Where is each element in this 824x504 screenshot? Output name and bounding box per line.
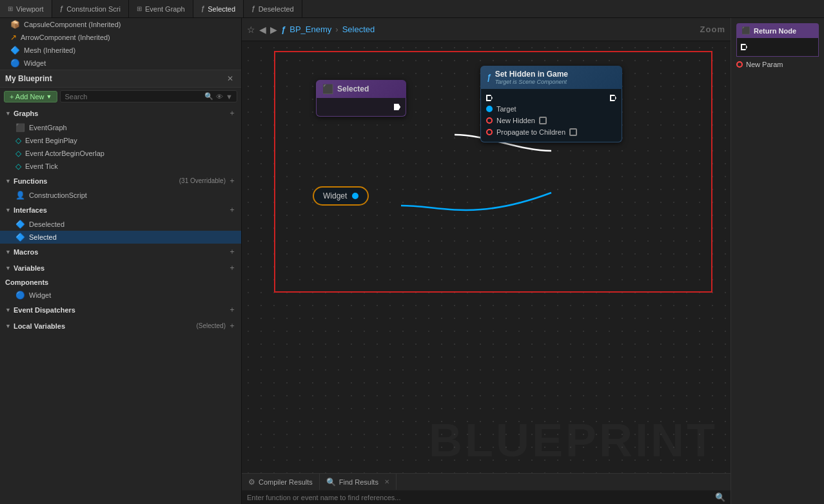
event-dispatchers-header[interactable]: ▼ Event Dispatchers ＋ [0,302,241,318]
tab-selected[interactable]: ƒ Selected [193,0,244,17]
add-new-button[interactable]: + Add New ▼ [4,91,57,102]
bp-node-selected[interactable]: ⬛ Selected [316,80,406,117]
list-item-selected[interactable]: 🔷 Selected [0,231,241,244]
breadcrumb-function-icon: ƒ [281,24,286,34]
bookmark-button[interactable]: ☆ [247,24,255,35]
functions-section-header[interactable]: ▼ Functions (31 Overridable) ＋ [0,173,241,189]
macros-add-icon[interactable]: ＋ [228,246,236,257]
list-item-eventtick[interactable]: ◇ Event Tick [0,160,241,173]
sethidden-node-subtitle: Target is Scene Component [495,79,568,85]
list-item-constructionscript[interactable]: 👤 ConstructionScript [0,189,241,202]
find-tab-label: Find Results [339,478,378,486]
event-dispatchers-title: Event Dispatchers [14,306,226,314]
interfaces-section-header[interactable]: ▼ Interfaces ＋ [0,202,241,218]
constructionscript-icon: 👤 [15,191,25,200]
functions-expand-arrow: ▼ [5,178,11,184]
eventgraph-icon: ⊞ [137,5,142,12]
list-item-deselected[interactable]: 🔷 Deselected [0,218,241,231]
close-my-blueprint-button[interactable]: ✕ [224,73,236,84]
component-arrow: ↗ ArrowComponent (Inherited) [0,31,241,44]
eventtick-icon: ◇ [15,162,21,171]
actoroverlap-icon: ◇ [15,149,21,158]
my-blueprint-section: My Blueprint ✕ + Add New ▼ 🔍 👁 ▼ [0,70,241,334]
eye-icon[interactable]: 👁 [216,93,223,101]
new-param-label: New Param [746,61,783,68]
graphs-expand-arrow: ▼ [5,110,11,117]
sethidden-propagate-checkbox[interactable] [569,128,577,136]
tab-find-results[interactable]: 🔍 Find Results ✕ [320,474,397,490]
my-blueprint-title: My Blueprint [5,74,224,83]
macros-expand-arrow: ▼ [5,249,11,255]
tab-compiler-results[interactable]: ⚙ Compiler Results [242,474,320,490]
list-item-widget-var[interactable]: 🔵 Widget [0,289,241,302]
component-mesh: 🔷 Mesh (Inherited) [0,44,241,57]
functions-add-icon[interactable]: ＋ [228,175,236,186]
back-button[interactable]: ◀ [259,24,266,35]
local-variables-title: Local Variables [14,322,197,330]
graphs-section-header[interactable]: ▼ Graphs ＋ [0,105,241,121]
sethidden-target-row: Target [481,103,622,115]
sethidden-exec-row [481,93,622,103]
search-input[interactable] [64,93,202,101]
sethidden-node-title: Set Hidden in Game [495,70,568,79]
return-exec-pin [741,44,747,50]
interfaces-add-icon[interactable]: ＋ [228,204,236,215]
sethidden-propagate-label: Propagate to Children [496,128,565,136]
top-tab-bar: ⊞ Viewport ƒ Construction Scri ⊞ Event G… [0,0,824,18]
arrow-icon: ↗ [10,33,17,42]
viewport-icon: ⊞ [8,5,13,12]
tab-viewport[interactable]: ⊞ Viewport [0,0,52,17]
sethidden-f-icon: ƒ [487,73,491,82]
sethidden-node-header: ƒ Set Hidden in Game Target is Scene Com… [480,66,622,89]
my-blueprint-toolbar: + Add New ▼ 🔍 👁 ▼ [0,88,241,105]
local-variables-header[interactable]: ▼ Local Variables (Selected) ＋ [0,318,241,334]
event-dispatchers-expand-arrow: ▼ [5,307,11,313]
return-node-panel: ⬛ Return Node New Param [731,18,824,504]
list-item-eventgraph[interactable]: ⬛ EventGraph [0,121,241,134]
sethidden-exec-out-pin [610,95,616,101]
canvas-area[interactable]: ⬛ Selected ƒ Set Hidden in Game Target [242,41,731,473]
tab-viewport-label: Viewport [16,5,44,13]
my-blueprint-header: My Blueprint ✕ [0,70,241,88]
sethidden-newhidden-pin [486,117,493,124]
variables-section-header[interactable]: ▼ Variables ＋ [0,260,241,276]
return-node-exec-row [741,42,814,52]
graphs-add-icon[interactable]: ＋ [228,108,236,119]
new-param-row: New Param [731,57,824,72]
find-references-search-icon[interactable]: 🔍 [715,492,725,502]
event-dispatchers-add-icon[interactable]: ＋ [228,304,236,315]
macros-section-header[interactable]: ▼ Macros ＋ [0,244,241,260]
filter-icon[interactable]: ▼ [226,93,233,101]
tab-deselected[interactable]: ƒ Deselected [244,0,302,17]
exec-out-pin [394,104,400,110]
tab-construction[interactable]: ƒ Construction Scri [52,0,129,17]
list-item-actoroverlap[interactable]: ◇ Event ActorBeginOverlap [0,147,241,160]
add-new-dropdown-icon: ▼ [46,93,52,100]
variables-add-icon[interactable]: ＋ [228,262,236,273]
tab-eventgraph[interactable]: ⊞ Event Graph [129,0,193,17]
forward-button[interactable]: ▶ [270,24,277,35]
sethidden-newhidden-checkbox[interactable] [539,117,547,124]
variables-title: Variables [14,264,226,272]
sethidden-newhidden-row: New Hidden [481,115,622,126]
widget-var-icon: 🔵 [15,291,25,300]
macros-title: Macros [14,248,226,256]
find-references-input[interactable] [247,494,715,501]
local-variables-add-icon[interactable]: ＋ [228,320,236,331]
tab-selected-label: Selected [208,5,235,13]
bp-node-sethidden[interactable]: ƒ Set Hidden in Game Target is Scene Com… [480,66,622,142]
new-param-pin [736,61,743,68]
find-tab-close-icon[interactable]: ✕ [384,478,389,485]
breadcrumb: ƒ BP_Enemy › Selected [281,24,375,34]
interfaces-title: Interfaces [14,206,226,214]
sethidden-target-label: Target [496,105,516,113]
bp-node-widget[interactable]: Widget [313,186,369,206]
right-panel: ☆ ◀ ▶ ƒ BP_Enemy › Selected Zoom [242,18,731,504]
return-node-icon: ⬛ [741,26,750,35]
components-sub-section-header: Components [0,276,241,289]
graphs-title: Graphs [14,110,226,117]
tab-construction-label: Construction Scri [66,5,121,13]
find-icon: 🔍 [326,478,336,487]
search-box: 🔍 👁 ▼ [60,90,237,102]
list-item-beginplay[interactable]: ◇ Event BeginPlay [0,134,241,147]
